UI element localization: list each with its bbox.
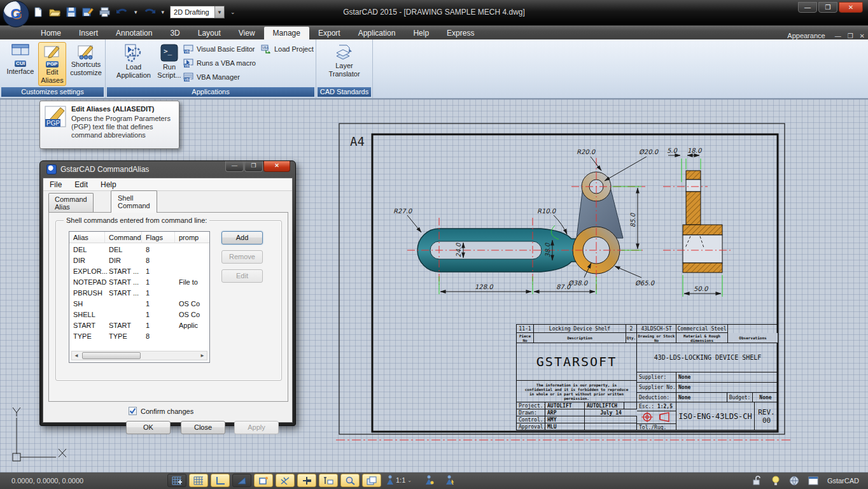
svg-text:VBA: VBA — [185, 50, 192, 53]
dynamic-input-toggle[interactable] — [319, 474, 338, 487]
vba-manager-button[interactable]: VBA VBA Manager — [183, 73, 240, 82]
annotation-visibility-button[interactable] — [425, 475, 434, 485]
horizontal-scrollbar[interactable]: ◄ ► — [71, 351, 207, 360]
panel-title-cad-standards[interactable]: CAD Standards — [318, 87, 371, 97]
tb-project-label: Project.: — [517, 402, 545, 409]
col-header-prompt[interactable]: promp — [175, 232, 209, 243]
groupbox-label: Shell commands entered from command line… — [64, 216, 209, 224]
list-row[interactable]: SH1OS Co — [69, 299, 209, 309]
svg-text:VBA: VBA — [185, 64, 192, 67]
run-script-button[interactable]: >_ Run Script... — [154, 42, 185, 80]
tab-shell-command[interactable]: Shell Command — [111, 190, 157, 213]
col-header-flags[interactable]: Flags — [142, 232, 175, 243]
tab-home[interactable]: Home — [32, 27, 70, 39]
interface-button[interactable]: CUI Interface — [4, 42, 37, 76]
ok-button[interactable]: OK — [126, 421, 171, 434]
gstarcad-logo-icon[interactable]: G — [3, 1, 29, 27]
list-row[interactable]: NOTEPADSTART ...1File to — [69, 277, 209, 288]
dialog-close-button[interactable]: ✕ — [263, 161, 290, 172]
remove-button[interactable]: Remove — [221, 250, 263, 264]
auto-annotation-button[interactable] — [445, 475, 454, 485]
tab-view[interactable]: View — [230, 27, 264, 39]
run-vba-macro-button[interactable]: VBA Runs a VBA macro — [183, 59, 256, 67]
restore-button[interactable]: ❐ — [818, 2, 837, 13]
lock-icon[interactable] — [752, 476, 762, 486]
menu-help[interactable]: Help — [94, 179, 123, 190]
scroll-left-icon[interactable]: ◄ — [74, 353, 79, 358]
scrollbar-thumb[interactable] — [82, 352, 141, 359]
clean-screen-icon[interactable] — [808, 476, 818, 485]
tab-3d[interactable]: 3D — [161, 27, 188, 39]
panel-title-applications[interactable]: Applications — [107, 87, 314, 97]
dialog-minimize-button[interactable]: — — [225, 161, 244, 172]
list-row[interactable]: PBRUSHSTART ...1 — [69, 288, 209, 299]
shortcuts-customize-button[interactable]: Shortcuts customize — [67, 42, 104, 78]
edit-aliases-button[interactable]: PGP Edit Aliases — [38, 42, 66, 86]
dialog-title-bar[interactable]: GstarCAD CommandAlias — [46, 164, 149, 174]
tab-layout[interactable]: Layout — [189, 27, 230, 39]
confirm-changes-checkbox[interactable] — [129, 407, 137, 415]
svg-text:18.0: 18.0 — [687, 147, 703, 154]
tab-manage[interactable]: Manage — [264, 27, 309, 39]
edit-button[interactable]: Edit — [221, 269, 263, 283]
list-row[interactable]: DIRDIR8 — [69, 255, 209, 266]
osnap-toggle[interactable] — [254, 474, 273, 487]
grid-toggle[interactable] — [189, 474, 208, 487]
lightbulb-icon[interactable] — [771, 476, 780, 486]
tab-application[interactable]: Application — [349, 27, 405, 39]
col-header-command[interactable]: Command — [105, 232, 142, 243]
dialog-title: GstarCAD CommandAlias — [60, 165, 149, 174]
doc-minimize-icon[interactable]: — — [832, 32, 844, 39]
online-update-icon[interactable] — [789, 476, 799, 486]
scroll-right-icon[interactable]: ► — [200, 353, 205, 358]
tab-command-alias[interactable]: Command Alias — [48, 193, 94, 213]
apply-button[interactable]: Apply — [234, 421, 279, 434]
tb-drawn-label: Drawn: — [517, 409, 545, 416]
cui-badge: CUI — [15, 60, 26, 67]
tab-express[interactable]: Express — [438, 27, 483, 39]
dialog-maximize-button[interactable]: ❐ — [244, 161, 263, 172]
panel-title-customizes-settings[interactable]: Customizes settings — [1, 87, 104, 97]
close-dialog-button[interactable]: Close — [181, 421, 225, 434]
visual-basic-editor-button[interactable]: VBA Visual Basic Editor — [183, 45, 255, 53]
list-row[interactable]: TYPETYPE8 — [69, 331, 209, 342]
svg-text:50.0: 50.0 — [694, 285, 709, 292]
tab-help[interactable]: Help — [404, 27, 438, 39]
tab-insert[interactable]: Insert — [70, 27, 107, 39]
lineweight-toggle[interactable] — [340, 474, 360, 487]
load-application-button[interactable]: Load Application — [115, 42, 153, 80]
list-row[interactable]: SHELL1OS Co — [69, 309, 209, 320]
model-paper-toggle[interactable] — [362, 474, 381, 487]
svg-text:R20.0: R20.0 — [577, 148, 596, 155]
pgp-pencil-icon — [43, 44, 62, 60]
list-row[interactable]: EXPLOR...START ...1 — [69, 266, 209, 277]
magnifier-icon — [345, 476, 355, 485]
add-button[interactable]: Add — [221, 231, 263, 244]
list-row[interactable]: DELDEL8 — [69, 244, 209, 255]
layer-translator-button[interactable]: Layer Translator — [326, 42, 362, 79]
tab-annotation[interactable]: Annotation — [107, 27, 161, 39]
tb-supplier-no-label: Supplier No. — [637, 383, 676, 393]
minimize-button[interactable]: — — [798, 2, 817, 13]
polar-toggle[interactable] — [232, 474, 251, 487]
list-row[interactable]: STARTSTART1Applic — [69, 320, 209, 331]
menu-edit[interactable]: Edit — [68, 179, 94, 190]
tb-stamps — [637, 411, 676, 424]
otrack-toggle[interactable] — [276, 474, 295, 487]
appearance-label[interactable]: Appearance — [787, 32, 831, 39]
doc-close-icon[interactable]: ✕ — [857, 32, 868, 39]
close-button[interactable]: ✕ — [839, 2, 863, 13]
annotation-scale-control[interactable]: 1:1 ⌄ — [386, 475, 412, 485]
ortho-toggle[interactable] — [211, 474, 230, 487]
tb-esc-value: 1:2,5 — [657, 404, 673, 409]
menu-file[interactable]: File — [43, 179, 68, 190]
shell-command-list[interactable]: Alias Command Flags promp DELDEL8 DIRDIR… — [69, 231, 210, 363]
tab-export[interactable]: Export — [309, 27, 349, 39]
tb-confidential: The information is our property, is conf… — [517, 381, 637, 402]
doc-restore-icon[interactable]: ❐ — [844, 32, 857, 39]
snap-toggle[interactable] — [167, 474, 186, 487]
load-project-button[interactable]: VBA Load Project — [261, 45, 314, 53]
col-header-alias[interactable]: Alias — [69, 232, 105, 243]
tb-h-observations: Observations — [728, 333, 778, 343]
dynamic-ucs-toggle[interactable] — [297, 474, 316, 487]
